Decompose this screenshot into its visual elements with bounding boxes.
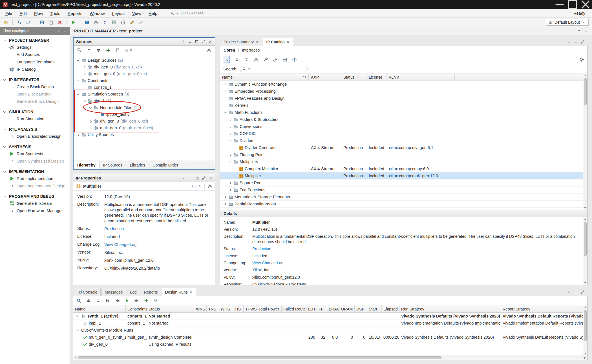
column-header-bram[interactable]: BRAM <box>327 305 339 312</box>
run-icon[interactable] <box>125 298 129 303</box>
catalog-row[interactable]: Memories & Storage Elements <box>220 194 587 201</box>
copy-icon[interactable] <box>48 20 53 25</box>
runs-group-row[interactable]: Out-of-Context Module Runs <box>73 327 587 334</box>
layout-selector[interactable]: Default Layout <box>546 19 589 26</box>
column-header-start[interactable]: Start <box>367 305 382 312</box>
step-prev-icon[interactable] <box>115 298 120 303</box>
chevron-right-icon[interactable] <box>88 127 92 129</box>
chevron-right-icon[interactable] <box>76 134 80 136</box>
fn-item-ip-catalog[interactable]: IP Catalog <box>0 66 70 73</box>
chevron-down-icon[interactable] <box>88 107 92 108</box>
catalog-vertical-scrollbar[interactable] <box>583 74 587 210</box>
menu-edit[interactable]: Edit <box>16 10 30 17</box>
catalog-row[interactable]: Trig Functions <box>220 187 587 194</box>
minimize-icon[interactable] <box>188 176 192 180</box>
board-icon[interactable] <box>85 20 89 25</box>
chevron-down-icon[interactable] <box>228 161 232 162</box>
column-header-failed-routes[interactable]: Failed Routes <box>282 305 306 312</box>
column-header-report-strategy[interactable]: Report Strategy <box>501 305 587 312</box>
maximize-icon[interactable] <box>202 176 206 180</box>
collapse-all-icon[interactable] <box>235 57 239 62</box>
column-header-tns[interactable]: TNS <box>207 305 219 312</box>
add-icon[interactable] <box>144 298 149 303</box>
section-chevron-icon[interactable] <box>3 111 7 112</box>
runs-vertical-scrollbar[interactable] <box>583 305 587 356</box>
scroll-thumb[interactable] <box>584 78 587 105</box>
scroll-up-button[interactable] <box>583 74 587 78</box>
tab-ip-catalog[interactable]: IP Catalog <box>263 38 293 46</box>
section-chevron-icon[interactable] <box>3 40 7 41</box>
catalog-row[interactable]: Kernels <box>220 102 587 109</box>
source-tree-item[interactable]: ipcore_test.v <box>74 111 215 118</box>
menu-view[interactable]: View <box>129 10 145 17</box>
source-tree-item[interactable]: mult_gen_0 (mult_gen_0.xci) <box>74 70 215 77</box>
source-tree-item[interactable]: Simulation Sources (3) <box>74 91 215 97</box>
fn-item-add-sources[interactable]: Add Sources <box>0 51 70 58</box>
help-icon[interactable]: ? <box>57 29 61 33</box>
scroll-thumb[interactable] <box>584 222 587 256</box>
open-folder-icon[interactable] <box>3 20 8 25</box>
quick-access-search[interactable]: Quick Access <box>169 10 215 16</box>
subtab-cores[interactable]: Cores <box>224 48 235 52</box>
chevron-right-icon[interactable] <box>228 189 232 191</box>
chevron-right-icon[interactable] <box>223 90 227 92</box>
percent-icon[interactable]: % <box>153 298 158 303</box>
source-tree-item[interactable]: div_gen_0 (div_gen_0.xci) <box>74 64 215 70</box>
chevron-right-icon[interactable] <box>228 133 232 135</box>
undo-icon[interactable] <box>17 20 22 25</box>
maximize-icon[interactable] <box>581 40 585 44</box>
tab-design-runs[interactable]: Design Runs <box>162 288 196 296</box>
column-header-status[interactable]: Status <box>147 305 194 312</box>
info-icon[interactable] <box>292 57 297 62</box>
subtab-interfaces[interactable]: Interfaces <box>242 48 260 52</box>
add-icon[interactable] <box>106 48 111 53</box>
help-icon[interactable]: ? <box>567 40 571 44</box>
sources-tab-libraries[interactable]: Libraries <box>126 161 149 169</box>
fn-item-open-hardware-manager[interactable]: Open Hardware Manager <box>0 207 70 214</box>
scroll-left-button[interactable] <box>73 356 78 360</box>
column-header-dsp[interactable]: DSP <box>355 305 367 312</box>
chevron-right-icon[interactable] <box>223 105 227 106</box>
catalog-row[interactable]: FPGA Features and Design <box>220 95 587 102</box>
redo-icon[interactable] <box>26 20 31 25</box>
search-icon[interactable] <box>223 56 230 63</box>
property-value[interactable]: View Change Log <box>104 242 209 247</box>
catalog-row[interactable]: Conversions <box>220 123 587 130</box>
fn-item-language-templates[interactable]: Language Templates <box>0 58 70 66</box>
catalog-row[interactable]: Dividers <box>220 137 587 144</box>
menu-layout[interactable]: Layout <box>109 10 129 17</box>
delete-icon[interactable] <box>58 20 62 25</box>
catalog-row[interactable]: CORDIC <box>220 130 587 137</box>
edit-icon[interactable] <box>130 20 134 25</box>
tab-messages[interactable]: Messages <box>101 288 126 296</box>
scroll-down-button[interactable] <box>583 351 587 356</box>
float-icon[interactable] <box>195 176 199 180</box>
wrench-icon[interactable] <box>263 57 268 62</box>
chevron-down-icon[interactable] <box>76 60 80 61</box>
save-icon[interactable] <box>39 20 44 25</box>
chevron-right-icon[interactable] <box>223 196 227 198</box>
collapse-panel-icon[interactable] <box>584 29 588 33</box>
collapse-all-icon[interactable] <box>86 298 91 303</box>
column-header-ff[interactable]: FF <box>317 305 327 312</box>
fn-section-ip-integrator[interactable]: IP INTEGRATOR <box>0 76 70 83</box>
source-tree-item[interactable]: Utility Sources <box>74 131 215 138</box>
close-tab-icon[interactable] <box>190 290 193 294</box>
scroll-right-button[interactable] <box>583 356 587 360</box>
chevron-right-icon[interactable] <box>228 119 232 121</box>
close-icon[interactable] <box>209 176 213 180</box>
chevron-right-icon[interactable] <box>228 126 232 128</box>
sources-tab-ip-sources[interactable]: IP Sources <box>100 161 126 169</box>
link-icon[interactable] <box>273 57 278 62</box>
expand-all-icon[interactable] <box>96 298 101 303</box>
search-icon[interactable] <box>77 48 82 53</box>
section-chevron-icon[interactable] <box>3 196 7 197</box>
menu-help[interactable]: Help <box>145 10 161 17</box>
source-tree-item[interactable]: constrs_1 <box>74 84 215 91</box>
expand-all-icon[interactable] <box>96 48 101 53</box>
forward-icon[interactable] <box>198 184 202 188</box>
float-icon[interactable] <box>195 40 199 44</box>
settings-icon[interactable] <box>579 57 584 62</box>
runs-row[interactable]: div_gen_0Using cached IP results <box>73 341 587 348</box>
catalog-row[interactable]: Complex MultiplierAXI4-StreamProductionI… <box>220 165 587 172</box>
